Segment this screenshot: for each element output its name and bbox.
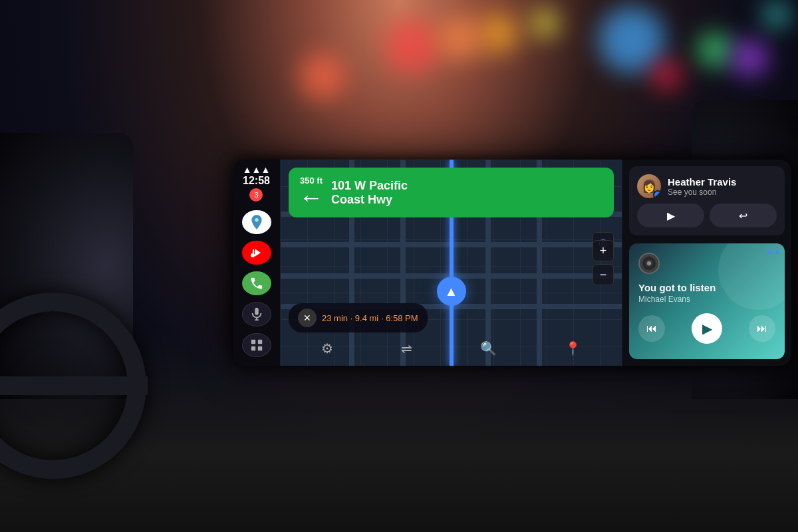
music-title: You got to listen xyxy=(638,282,775,293)
maps-app-icon[interactable] xyxy=(242,210,271,234)
message-app-badge xyxy=(653,190,661,198)
signal-icon: ▲▲▲ xyxy=(243,165,271,174)
clock: 12:58 xyxy=(243,174,270,187)
vinyl-disc-icon xyxy=(638,253,660,274)
phone-app-icon[interactable] xyxy=(242,271,271,295)
zoom-out-button[interactable]: − xyxy=(593,264,614,285)
zoom-controls: + − xyxy=(593,240,614,285)
svg-rect-10 xyxy=(257,346,261,350)
bokeh-light-5 xyxy=(299,53,346,100)
bokeh-light-6 xyxy=(532,10,559,37)
bokeh-light-4 xyxy=(698,33,732,66)
bokeh-light-2 xyxy=(479,13,519,53)
turn-arrow: ← xyxy=(299,186,323,209)
next-icon: ⏭ xyxy=(757,323,767,334)
play-icon: ▶ xyxy=(702,321,712,336)
svg-rect-7 xyxy=(251,340,255,344)
bokeh-light-10 xyxy=(652,60,682,90)
search-tool-icon[interactable]: 🔍 xyxy=(477,338,499,359)
next-track-button[interactable]: ⏭ xyxy=(749,315,775,342)
bokeh-light-7 xyxy=(732,40,768,76)
reply-message-button[interactable]: ↩ xyxy=(710,203,777,227)
message-header: 👩 Heather Travis See you soon xyxy=(637,174,777,198)
status-bar: ▲▲▲ 12:58 3 xyxy=(243,165,271,201)
pin-tool-icon[interactable]: 📍 xyxy=(562,338,584,359)
play-message-button[interactable]: ▶ xyxy=(637,203,704,227)
svg-rect-3 xyxy=(253,249,254,256)
music-artist: Michael Evans xyxy=(638,295,775,304)
reply-icon: ↩ xyxy=(739,209,747,222)
eta-display: 23 min · 9.4 mi · 6:58 PM xyxy=(322,313,418,323)
eta-text: 23 min · 9.4 mi xyxy=(322,313,378,323)
screen-content: ▲▲▲ 12:58 3 xyxy=(233,160,791,366)
message-info: Heather Travis See you soon xyxy=(668,176,777,197)
apps-grid-icon[interactable] xyxy=(242,333,271,357)
svg-rect-8 xyxy=(257,340,261,344)
svg-rect-9 xyxy=(251,346,255,350)
cancel-route-button[interactable]: ✕ xyxy=(298,309,317,327)
music-controls: ⏮ ▶ ⏭ xyxy=(638,313,775,344)
music-card: You got to listen Michael Evans ⏮ ▶ ⏭ xyxy=(629,243,785,359)
eta-bar: ✕ 23 min · 9.4 mi · 6:58 PM xyxy=(289,303,428,332)
contact-name: Heather Travis xyxy=(668,176,777,188)
navigation-banner: 350 ft ← 101 W Pacific Coast Hwy xyxy=(289,168,614,217)
zoom-in-button[interactable]: + xyxy=(593,240,614,261)
arrival-time: 6:58 PM xyxy=(386,313,418,323)
contact-avatar: 👩 xyxy=(637,174,661,198)
message-actions: ▶ ↩ xyxy=(637,203,777,227)
prev-track-button[interactable]: ⏮ xyxy=(638,315,665,342)
app-sidebar: ▲▲▲ 12:58 3 xyxy=(233,160,281,366)
map-toolbar: ⚙ ⇌ 🔍 📍 xyxy=(281,338,622,359)
message-card: 👩 Heather Travis See you soon ▶ ↩ xyxy=(629,166,785,235)
bokeh-light-3 xyxy=(598,7,665,73)
nav-street-line2: Coast Hwy xyxy=(331,193,408,207)
microphone-icon[interactable] xyxy=(242,302,271,326)
infotainment-screen: ▲▲▲ 12:58 3 xyxy=(233,160,791,366)
play-icon: ▶ xyxy=(667,209,675,222)
play-pause-button[interactable]: ▶ xyxy=(692,313,722,344)
route-tool-icon[interactable]: ⇌ xyxy=(398,338,415,359)
nav-instruction: 101 W Pacific Coast Hwy xyxy=(331,179,408,207)
map-view[interactable]: 350 ft ← 101 W Pacific Coast Hwy ✕ 23 mi… xyxy=(281,160,622,366)
bokeh-light-9 xyxy=(439,17,482,60)
prev-icon: ⏮ xyxy=(646,323,657,334)
notification-badge: 3 xyxy=(249,188,263,201)
bokeh-light-8 xyxy=(765,3,788,27)
right-panel: 👩 Heather Travis See you soon ▶ ↩ xyxy=(622,160,791,366)
vehicle-position-arrow xyxy=(437,277,466,306)
settings-tool-icon[interactable]: ⚙ xyxy=(319,338,336,359)
svg-rect-4 xyxy=(255,308,259,315)
bokeh-light-1 xyxy=(386,20,439,73)
message-preview: See you soon xyxy=(668,188,777,197)
youtube-music-icon[interactable] xyxy=(242,241,271,265)
nav-street-line1: 101 W Pacific xyxy=(331,179,408,193)
